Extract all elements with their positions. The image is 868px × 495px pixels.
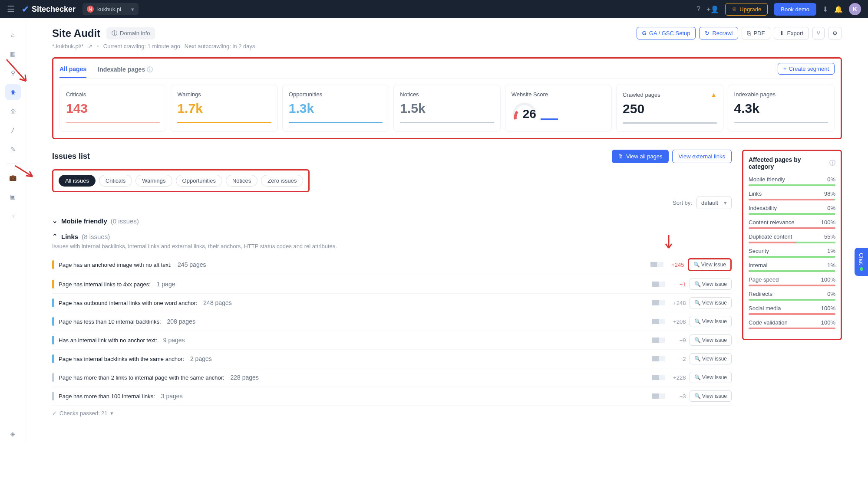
tab-indexable[interactable]: Indexable pages ⓘ <box>98 63 153 78</box>
brand-logo[interactable]: ✔ Sitechecker <box>22 4 76 14</box>
filter-all[interactable]: All issues <box>59 175 96 187</box>
issue-text[interactable]: Page has more than 100 internal links: <box>59 393 155 400</box>
severity-bar <box>52 373 54 382</box>
issue-row: Page has internal backlinks with the sam… <box>52 350 732 368</box>
info-icon[interactable]: ⓘ <box>829 159 835 167</box>
card-notices[interactable]: Notices 1.5k <box>393 85 500 132</box>
domain-info-pill[interactable]: ⓘ Domain info <box>106 27 155 39</box>
category-row[interactable]: Duplicate content55% <box>749 233 835 243</box>
share-button[interactable]: ⑂ <box>812 27 825 39</box>
add-user-icon[interactable]: +👤 <box>706 5 719 13</box>
site-selector[interactable]: N kukbuk.pl <box>83 3 139 15</box>
view-all-label: View all pages <box>626 153 663 160</box>
category-row[interactable]: Content relevance100% <box>749 219 835 229</box>
nav-magic-icon[interactable]: ✎ <box>5 141 21 157</box>
category-row[interactable]: Mobile friendly0% <box>749 176 835 186</box>
site-badge: N <box>87 6 94 13</box>
nav-share-icon[interactable]: ⑂ <box>5 208 21 223</box>
view-issue-button[interactable]: 🔍 View issue <box>690 353 732 364</box>
delta: +228 <box>669 374 686 381</box>
card-opportunities[interactable]: Opportunities 1.3k <box>282 85 389 132</box>
category-row[interactable]: Code validation100% <box>749 319 835 329</box>
view-external-button[interactable]: View external links <box>672 150 732 163</box>
sort-select[interactable]: default <box>696 197 732 209</box>
site-name: kukbuk.pl <box>97 6 121 13</box>
nav-diamond-icon[interactable]: ◈ <box>5 426 21 442</box>
group-description: Issues with internal backlinks, internal… <box>52 243 732 249</box>
card-crawled[interactable]: Crawled pages▲ 250 <box>616 85 723 132</box>
help-icon[interactable]: ? <box>696 5 700 13</box>
tab-all-pages[interactable]: All pages <box>59 63 86 78</box>
cat-name: Duplicate content <box>749 233 792 240</box>
issue-text[interactable]: Page has an anchored image with no alt t… <box>59 262 172 268</box>
book-demo-button[interactable]: Book demo <box>774 3 816 16</box>
cat-name: Page speed <box>749 276 779 283</box>
menu-icon[interactable]: ☰ <box>7 4 15 14</box>
download-icon[interactable]: ⬇ <box>822 5 828 13</box>
checks-passed[interactable]: ✓ Checks passed: 21 ▾ <box>52 410 732 416</box>
nav-search-icon[interactable]: ⚲ <box>5 65 21 81</box>
sparkline <box>652 338 665 343</box>
avatar[interactable]: K <box>849 3 861 15</box>
issue-text[interactable]: Page has less than 10 internal backlinks… <box>59 318 161 325</box>
group-toggle[interactable]: ⌃ Links (8 issues) <box>52 233 732 240</box>
view-issue-button[interactable]: 🔍 View issue <box>690 372 732 383</box>
card-score[interactable]: Website Score 26 <box>505 85 612 132</box>
issue-meta: +208 🔍 View issue <box>652 316 732 327</box>
view-issue-button[interactable]: 🔍 View issue <box>690 297 732 308</box>
bell-icon[interactable]: 🔔 <box>834 5 843 13</box>
export-button[interactable]: ⬇ Export <box>774 27 809 39</box>
upgrade-button[interactable]: ♕ Upgrade <box>725 3 768 16</box>
nav-audit-icon[interactable]: ◉ <box>5 84 21 100</box>
category-row[interactable]: Social media100% <box>749 305 835 315</box>
group-toggle[interactable]: ⌄ Mobile friendly (0 issues) <box>52 217 732 225</box>
nav-dashboard-icon[interactable]: ▦ <box>5 46 21 62</box>
ga-gsc-button[interactable]: G GA / GSC Setup <box>637 27 696 39</box>
issue-text[interactable]: Page has more than 2 links to internal p… <box>59 374 224 381</box>
cat-bar <box>749 285 835 286</box>
chat-tab[interactable]: Chat <box>855 248 868 276</box>
category-row[interactable]: Redirects0% <box>749 291 835 301</box>
category-row[interactable]: Security1% <box>749 248 835 258</box>
cat-pct: 1% <box>827 262 835 269</box>
cat-pct: 98% <box>824 190 835 197</box>
view-issue-button[interactable]: 🔍 View issue <box>690 316 732 327</box>
settings-button[interactable]: ⚙ <box>828 27 842 39</box>
filter-zero[interactable]: Zero issues <box>261 175 303 187</box>
view-issue-button[interactable]: 🔍 View issue <box>688 258 732 271</box>
issue-text[interactable]: Page has internal links to 4xx pages: <box>59 281 151 288</box>
view-all-pages-button[interactable]: 🗎 View all pages <box>612 150 669 163</box>
tabs: All pages Indexable pages ⓘ + Create seg… <box>59 63 835 79</box>
card-indexable[interactable]: Indexable pages 4.3k <box>728 85 835 132</box>
filter-warnings[interactable]: Warnings <box>135 175 172 187</box>
cat-bar <box>749 213 835 215</box>
nav-target-icon[interactable]: ◎ <box>5 103 21 119</box>
recrawl-button[interactable]: ↻ Recrawl <box>699 27 738 39</box>
tab-indexable-label: Indexable pages <box>98 66 145 73</box>
export-label: Export <box>787 30 803 36</box>
nav-apps-icon[interactable]: ▣ <box>5 189 21 204</box>
nav-home-icon[interactable]: ⌂ <box>5 27 21 43</box>
delta: +248 <box>669 300 686 306</box>
pdf-button[interactable]: ⎘ PDF <box>742 27 770 39</box>
card-warnings[interactable]: Warnings 1.7k <box>171 85 277 132</box>
view-issue-button[interactable]: 🔍 View issue <box>690 390 732 402</box>
category-row[interactable]: Links98% <box>749 190 835 200</box>
create-segment-button[interactable]: + Create segment <box>778 63 835 75</box>
category-row[interactable]: Page speed100% <box>749 276 835 286</box>
view-issue-button[interactable]: 🔍 View issue <box>690 334 732 346</box>
card-criticals[interactable]: Criticals 143 <box>59 85 166 132</box>
issue-text[interactable]: Has an internal link with no anchor text… <box>59 337 157 344</box>
issue-text[interactable]: Page has internal backlinks with the sam… <box>59 356 184 362</box>
category-row[interactable]: Internal1% <box>749 262 835 272</box>
view-issue-button[interactable]: 🔍 View issue <box>690 279 732 290</box>
nav-trend-icon[interactable]: 〳 <box>5 122 21 138</box>
filter-opportunities[interactable]: Opportunities <box>176 175 222 187</box>
issue-text[interactable]: Page has outbound internal links with on… <box>59 300 197 306</box>
category-row[interactable]: Indexability0% <box>749 205 835 215</box>
filter-criticals[interactable]: Criticals <box>99 175 132 187</box>
filter-notices[interactable]: Notices <box>226 175 257 187</box>
group-name: Mobile friendly <box>61 217 107 225</box>
nav-briefcase-icon[interactable]: 💼 <box>5 170 21 185</box>
crumb-site[interactable]: *.kukbuk.pl/* <box>52 43 83 49</box>
